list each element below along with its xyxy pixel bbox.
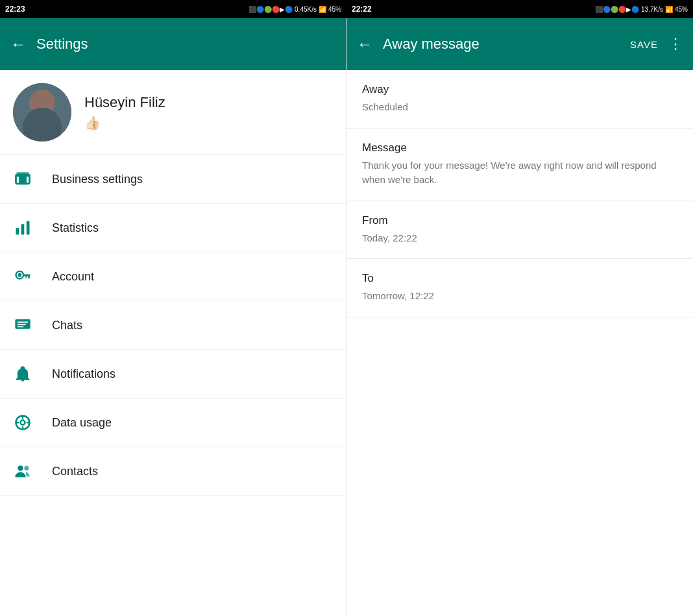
network-speed-left: 0.45K/s [295, 6, 317, 13]
menu-item-chats[interactable]: Chats [0, 301, 346, 350]
away-toolbar: ← Away message SAVE ⋮ [346, 18, 693, 70]
store-icon [13, 169, 32, 189]
signal-right: 📶 [665, 6, 673, 13]
menu-list: Business settings Statistics [0, 155, 346, 616]
menu-item-business-settings[interactable]: Business settings [0, 155, 346, 204]
time-left: 22:23 [5, 5, 25, 14]
away-toolbar-actions: SAVE ⋮ [630, 36, 683, 53]
menu-item-data-usage[interactable]: Data usage [0, 399, 346, 447]
away-title: Away message [383, 36, 620, 53]
bell-icon [13, 364, 32, 384]
bar-chart-icon [13, 218, 32, 238]
menu-item-contacts[interactable]: Contacts [0, 447, 346, 496]
svg-rect-8 [21, 224, 25, 234]
settings-toolbar: ← Settings [0, 18, 346, 70]
away-item-from-value: Today, 22:22 [362, 231, 677, 246]
contacts-icon [13, 462, 32, 481]
settings-title: Settings [36, 36, 335, 53]
avatar-image [13, 83, 71, 142]
svg-rect-12 [23, 275, 30, 277]
away-item-from-title: From [362, 214, 677, 227]
time-right: 22:22 [352, 5, 372, 14]
away-content: Away Scheduled Message Thank you for you… [346, 70, 693, 616]
profile-name: Hüseyin Filiz [84, 94, 165, 111]
app-icons-left: ⬛🔵🟢🔴▶🔵 [249, 6, 293, 13]
settings-back-button[interactable]: ← [10, 35, 26, 53]
chats-label: Chats [52, 319, 82, 332]
network-speed-right: 13.7K/s [641, 6, 663, 13]
data-usage-label: Data usage [52, 416, 112, 430]
away-item-from[interactable]: From Today, 22:22 [346, 201, 693, 260]
status-icons-left: ⬛🔵🟢🔴▶🔵 0.45K/s 📶 45% [249, 6, 341, 13]
away-item-away[interactable]: Away Scheduled [346, 70, 693, 129]
away-back-button[interactable]: ← [357, 35, 372, 53]
status-bars: 22:23 ⬛🔵🟢🔴▶🔵 0.45K/s 📶 45% 22:22 ⬛🔵🟢🔴▶🔵 … [0, 0, 693, 18]
away-item-away-title: Away [362, 83, 677, 96]
statistics-label: Statistics [52, 221, 99, 235]
battery-right: 45% [675, 6, 688, 13]
status-icons-right: ⬛🔵🟢🔴▶🔵 13.7K/s 📶 45% [595, 6, 688, 13]
avatar [13, 83, 71, 142]
profile-status-emoji: 👍🏻 [84, 115, 165, 130]
svg-point-22 [24, 466, 29, 471]
business-settings-label: Business settings [52, 173, 143, 186]
menu-item-account[interactable]: Account [0, 253, 346, 301]
menu-item-statistics[interactable]: Statistics [0, 204, 346, 253]
profile-section[interactable]: Hüseyin Filiz 👍🏻 [0, 70, 346, 155]
away-item-to-title: To [362, 272, 677, 285]
away-item-to[interactable]: To Tomorrow, 12:22 [346, 259, 693, 317]
signal-left: 📶 [319, 6, 326, 13]
notifications-label: Notifications [52, 367, 116, 381]
svg-rect-7 [16, 228, 19, 235]
svg-point-11 [18, 273, 21, 277]
contacts-label: Contacts [52, 465, 98, 478]
svg-rect-13 [28, 276, 30, 278]
data-usage-icon [13, 413, 32, 432]
battery-left: 45% [328, 6, 341, 13]
main-content: ← Settings Hüseyin Filiz 👍🏻 [0, 18, 693, 616]
svg-point-21 [18, 465, 23, 471]
away-item-message[interactable]: Message Thank you for your message! We'r… [346, 129, 693, 201]
save-button[interactable]: SAVE [630, 39, 658, 50]
app-icons-right: ⬛🔵🟢🔴▶🔵 [595, 6, 639, 13]
account-label: Account [52, 270, 94, 284]
menu-item-notifications[interactable]: Notifications [0, 350, 346, 399]
settings-panel: ← Settings Hüseyin Filiz 👍🏻 [0, 18, 346, 616]
more-options-icon[interactable]: ⋮ [668, 36, 683, 53]
svg-point-20 [21, 421, 25, 425]
key-icon [13, 267, 32, 286]
away-panel: ← Away message SAVE ⋮ Away Scheduled Mes… [346, 18, 693, 616]
svg-rect-14 [25, 276, 27, 277]
away-item-away-value: Scheduled [362, 100, 677, 115]
status-bar-right: 22:22 ⬛🔵🟢🔴▶🔵 13.7K/s 📶 45% [346, 0, 693, 18]
profile-info: Hüseyin Filiz 👍🏻 [84, 94, 165, 130]
status-bar-left: 22:23 ⬛🔵🟢🔴▶🔵 0.45K/s 📶 45% [0, 0, 346, 18]
chat-icon [13, 315, 32, 335]
svg-rect-6 [21, 180, 25, 184]
away-item-to-value: Tomorrow, 12:22 [362, 289, 677, 304]
away-item-message-value: Thank you for your message! We're away r… [362, 158, 677, 188]
svg-rect-9 [27, 221, 30, 235]
away-item-message-title: Message [362, 142, 677, 154]
